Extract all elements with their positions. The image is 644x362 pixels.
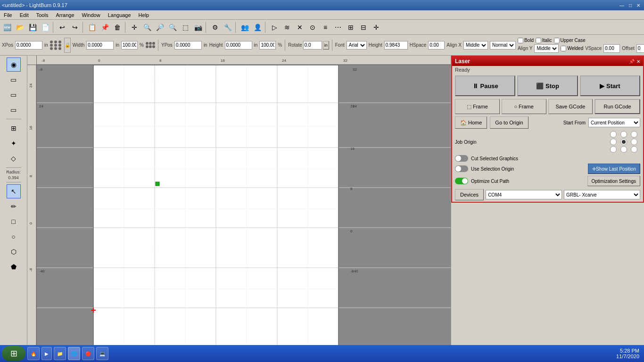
job-origin-br[interactable]	[631, 146, 637, 153]
tools-button[interactable]: 🔧	[222, 21, 234, 33]
menubar-item-arrange[interactable]: Arrange	[52, 11, 78, 19]
run-gcode-button[interactable]: Run GCode	[594, 99, 640, 114]
new-button[interactable]: 🆕	[1, 21, 13, 33]
tool-rect[interactable]: □	[7, 214, 21, 229]
home-button[interactable]: 🏠 Home	[455, 116, 487, 129]
tool-node[interactable]: ▭	[7, 88, 21, 102]
use-selection-toggle[interactable]	[455, 165, 468, 172]
zoom-in-button[interactable]: 🔎	[154, 21, 166, 33]
zoom-out-button[interactable]: 🔍	[166, 21, 179, 33]
com-select[interactable]: COM4	[486, 190, 562, 199]
taskbar-app-2[interactable]: ▶	[41, 347, 52, 360]
tool-crop[interactable]: ▭	[7, 103, 21, 117]
devices-button[interactable]: Devices	[455, 189, 484, 200]
menubar-item-window[interactable]: Window	[78, 11, 104, 19]
tool-reshape[interactable]: ▭	[7, 73, 21, 87]
redo-button[interactable]: ↪	[69, 21, 81, 33]
italic-checkbox-label[interactable]: Italic	[536, 38, 552, 43]
ypos-input[interactable]	[174, 41, 202, 49]
path5-button[interactable]: ≡	[319, 21, 331, 33]
tool-poly[interactable]: ⬟	[7, 260, 21, 274]
welded-checkbox[interactable]	[561, 46, 566, 51]
show-last-position-button[interactable]: ✛ Show Last Position	[588, 164, 640, 174]
uppercase-checkbox-label[interactable]: Upper Case	[554, 38, 586, 43]
copy-button[interactable]: 📋	[86, 21, 98, 33]
delete-button[interactable]: 🗑	[111, 21, 124, 33]
font-select[interactable]: Arial	[347, 41, 367, 49]
cut-selected-toggle[interactable]	[455, 155, 468, 162]
frame2-button[interactable]: ○ Frame	[502, 99, 546, 114]
paste-button[interactable]: 📌	[99, 21, 111, 33]
save-gcode-button[interactable]: Save GCode	[548, 99, 593, 114]
height-input[interactable]	[225, 41, 252, 49]
path6-button[interactable]: ⋯	[332, 21, 344, 33]
close-button[interactable]: ✕	[635, 1, 642, 9]
width-input[interactable]	[86, 41, 114, 49]
tool-snap[interactable]: ✦	[7, 136, 21, 150]
job-origin-tr[interactable]	[631, 131, 637, 138]
vspace-input[interactable]	[603, 44, 620, 53]
optimize-cut-toggle[interactable]	[455, 178, 468, 184]
stop-button[interactable]: ⬛ Stop	[517, 75, 578, 96]
font-height-input[interactable]	[384, 41, 408, 49]
job-origin-bc[interactable]	[620, 146, 627, 153]
path7-button[interactable]: ⊞	[345, 21, 357, 33]
bold-checkbox[interactable]	[518, 38, 523, 43]
laser-pin-button[interactable]: 📌	[629, 59, 635, 64]
camera-button[interactable]: 📷	[192, 21, 204, 33]
settings-button[interactable]: ⚙	[209, 21, 221, 33]
tool-pointer[interactable]: ↖	[7, 184, 21, 198]
taskbar-app-3[interactable]: 📁	[54, 347, 66, 360]
taskbar-app-4[interactable]: 🌐	[68, 347, 80, 360]
move-button[interactable]: ✛	[128, 21, 140, 33]
bold-checkbox-label[interactable]: Bold	[518, 38, 534, 43]
xpos-input[interactable]	[15, 41, 42, 49]
uppercase-checkbox[interactable]	[554, 38, 560, 43]
tool-hex[interactable]: ⬡	[7, 245, 21, 259]
frame1-button[interactable]: ⬚ Frame	[455, 99, 500, 114]
tool-ellipse[interactable]: ○	[7, 230, 21, 244]
job-origin-tl[interactable]	[610, 131, 617, 138]
extra-button[interactable]: ✛	[370, 21, 382, 33]
canvas-area[interactable]: -8 0 8 16 24 32 24 16 8 0 -8	[27, 56, 451, 354]
user1-button[interactable]: 👥	[239, 21, 251, 33]
job-origin-mc[interactable]	[620, 139, 627, 145]
job-origin-tc[interactable]	[620, 131, 627, 138]
zoom-fit-button[interactable]: 🔍	[141, 21, 153, 33]
maximize-button[interactable]: □	[627, 1, 634, 9]
tool-select[interactable]: ◉	[7, 58, 21, 72]
taskbar-app-5[interactable]: 🔴	[82, 347, 94, 360]
start-button[interactable]: ▶ Start	[580, 75, 640, 96]
machine-select[interactable]: GRBL- Xcarve	[564, 190, 640, 199]
rotate-input[interactable]	[303, 41, 322, 49]
path4-button[interactable]: ⊙	[306, 21, 319, 33]
tool-grid[interactable]: ⊞	[7, 121, 21, 135]
menubar-item-tools[interactable]: Tools	[33, 11, 52, 19]
path2-button[interactable]: ≋	[281, 21, 293, 33]
job-origin-bl[interactable]	[610, 146, 617, 153]
minimize-button[interactable]: —	[618, 1, 626, 9]
select-button[interactable]: ⬚	[179, 21, 191, 33]
align-x-select[interactable]: Middle	[463, 41, 488, 49]
scale-h-input[interactable]	[259, 41, 276, 49]
taskbar-app-1[interactable]: 🔥	[27, 347, 40, 360]
lock-button[interactable]: 🔒	[64, 38, 71, 53]
menubar-item-edit[interactable]: Edit	[16, 11, 33, 19]
job-origin-ml[interactable]	[610, 139, 617, 145]
hspace-input[interactable]	[428, 41, 445, 49]
menubar-item-help[interactable]: Help	[135, 11, 153, 19]
scale-w-input[interactable]	[121, 41, 138, 49]
path3-button[interactable]: ✕	[294, 21, 306, 33]
user2-button[interactable]: 👤	[251, 21, 264, 33]
save-as-button[interactable]: 📄	[39, 21, 51, 33]
start-button-taskbar[interactable]: ⊞	[2, 346, 25, 361]
pause-button[interactable]: ⏸ Pause	[455, 75, 515, 96]
welded-checkbox-label[interactable]: Welded	[561, 46, 583, 51]
laser-close-button[interactable]: ✕	[636, 59, 640, 64]
path1-button[interactable]: ▷	[268, 21, 281, 33]
rotate-unit-button[interactable]: in	[323, 41, 329, 49]
canvas-grid[interactable]: 24 16 8 0 -8 -8 32 24 -40 24 -40	[37, 65, 451, 354]
tool-trace[interactable]: ◇	[7, 151, 21, 165]
normal-select[interactable]: Normal	[490, 41, 516, 49]
menubar-item-file[interactable]: File	[0, 11, 16, 19]
